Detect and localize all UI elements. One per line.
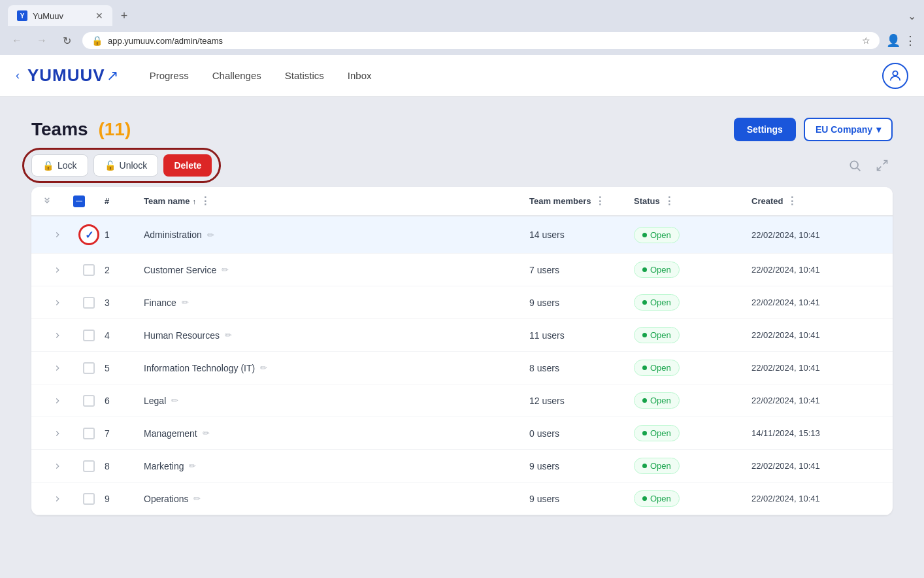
col-checkbox-header[interactable] [73, 196, 105, 207]
new-tab-button[interactable]: + [115, 7, 133, 25]
row-expand-btn[interactable] [42, 462, 73, 471]
status-badge: Open [634, 490, 680, 507]
settings-button[interactable]: Settings [734, 118, 796, 141]
row-created: 22/02/2024, 10:41 [751, 330, 882, 340]
col-created-menu-icon[interactable]: ⋮ [787, 195, 797, 207]
nav-challenges[interactable]: Challenges [212, 67, 261, 84]
more-options-icon[interactable]: ⋮ [904, 33, 916, 48]
delete-button[interactable]: Delete [163, 154, 212, 177]
status-dot [642, 333, 647, 337]
col-status[interactable]: Status ⋮ [634, 195, 751, 207]
search-icon[interactable] [844, 155, 865, 176]
row-team-name: Marketing ✏ [144, 461, 529, 471]
company-selector[interactable]: EU Company ▾ [804, 118, 893, 141]
row-checkbox[interactable] [83, 330, 95, 341]
url-bar[interactable]: 🔒 app.yumuuv.com/admin/teams ☆ [82, 32, 880, 49]
row-checkbox[interactable] [83, 362, 95, 374]
row-checkbox-cell [73, 297, 105, 309]
status-dot [642, 267, 647, 272]
edit-team-icon[interactable]: ✏ [222, 265, 229, 275]
row-status: Open [634, 327, 751, 343]
edit-team-icon[interactable]: ✏ [189, 461, 196, 471]
row-checkbox-cell [73, 460, 105, 472]
logo-text: YUMUUV [27, 65, 105, 86]
row-expand-btn[interactable] [42, 230, 73, 239]
edit-team-icon[interactable]: ✏ [193, 494, 201, 503]
col-menu-icon[interactable]: ⋮ [200, 195, 210, 207]
bookmark-icon[interactable]: ☆ [862, 35, 870, 46]
row-checkbox[interactable] [83, 264, 95, 276]
col-team-members[interactable]: Team members ⋮ [529, 195, 634, 207]
row-expand-btn[interactable] [42, 396, 73, 405]
row-expand-btn[interactable] [42, 429, 73, 438]
row-team-name: Operations ✏ [144, 494, 529, 504]
back-nav-button[interactable]: ← [8, 31, 26, 50]
status-dot [642, 300, 647, 305]
status-badge: Open [634, 392, 680, 409]
row-created: 22/02/2024, 10:41 [751, 265, 882, 275]
row-status: Open [634, 392, 751, 409]
status-badge: Open [634, 425, 680, 441]
table-row: 1 Administration ✏ 14 users Open 22/02/2… [31, 216, 893, 254]
unlock-button-icon: 🔓 [105, 160, 116, 171]
browser-tab[interactable]: Y YuMuuv ✕ [8, 5, 112, 26]
nav-progress[interactable]: Progress [150, 67, 189, 84]
select-all-checkbox[interactable] [73, 196, 85, 207]
status-badge: Open [634, 262, 680, 278]
row-checkbox[interactable] [83, 297, 95, 309]
nav-inbox[interactable]: Inbox [348, 67, 372, 84]
col-team-name[interactable]: Team name ↑ ⋮ [144, 195, 529, 207]
edit-team-icon[interactable]: ✏ [203, 428, 210, 438]
svg-line-4 [878, 167, 882, 171]
row-checkbox-checked[interactable] [78, 224, 99, 245]
row-number: 4 [105, 330, 144, 341]
edit-team-icon[interactable]: ✏ [260, 363, 267, 373]
nav-statistics[interactable]: Statistics [285, 67, 324, 84]
row-status: Open [634, 458, 751, 474]
row-checkbox[interactable] [83, 493, 95, 505]
status-dot [642, 464, 647, 468]
forward-nav-button[interactable]: → [33, 31, 51, 50]
row-expand-btn[interactable] [42, 364, 73, 373]
row-team-name: Legal ✏ [144, 396, 529, 406]
row-expand-btn[interactable] [42, 494, 73, 503]
svg-line-3 [883, 161, 887, 165]
row-created: 22/02/2024, 10:41 [751, 230, 882, 240]
row-checkbox[interactable] [83, 428, 95, 439]
page-title: Teams (11) [31, 119, 131, 140]
row-checkbox-cell [73, 493, 105, 505]
table-row: 5 Information Technology (IT) ✏ 8 users … [31, 352, 893, 384]
unlock-button[interactable]: 🔓 Unlock [93, 154, 159, 177]
edit-team-icon[interactable]: ✏ [171, 396, 178, 405]
close-tab-button[interactable]: ✕ [95, 10, 103, 21]
col-created[interactable]: Created ⋮ [751, 195, 882, 207]
user-avatar[interactable] [882, 63, 908, 89]
row-expand-btn[interactable] [42, 331, 73, 340]
tab-expand-button[interactable]: ⌄ [908, 10, 916, 22]
row-members: 14 users [529, 230, 634, 240]
refresh-button[interactable]: ↻ [58, 31, 76, 50]
action-icons-right [844, 155, 893, 176]
row-status: Open [634, 425, 751, 441]
status-badge: Open [634, 294, 680, 311]
row-status: Open [634, 227, 751, 243]
profile-icon[interactable]: 👤 [886, 33, 900, 48]
row-members: 0 users [529, 428, 634, 439]
col-members-menu-icon[interactable]: ⋮ [595, 195, 605, 207]
row-created: 22/02/2024, 10:41 [751, 494, 882, 503]
row-created: 22/02/2024, 10:41 [751, 396, 882, 405]
back-button[interactable]: ‹ [16, 69, 20, 82]
status-dot [642, 398, 647, 403]
expand-table-icon[interactable] [872, 155, 893, 176]
edit-team-icon[interactable]: ✏ [182, 298, 189, 307]
lock-button[interactable]: 🔒 Lock [31, 154, 88, 177]
row-checkbox[interactable] [83, 395, 95, 407]
row-expand-btn[interactable] [42, 265, 73, 275]
row-expand-btn[interactable] [42, 298, 73, 307]
table-row: 9 Operations ✏ 9 users Open 22/02/2024, … [31, 483, 893, 515]
row-checkbox[interactable] [83, 460, 95, 472]
edit-team-icon[interactable]: ✏ [225, 330, 232, 340]
col-status-menu-icon[interactable]: ⋮ [664, 195, 674, 207]
edit-team-icon[interactable]: ✏ [207, 230, 214, 240]
table-row: 8 Marketing ✏ 9 users Open 22/02/2024, 1… [31, 450, 893, 483]
